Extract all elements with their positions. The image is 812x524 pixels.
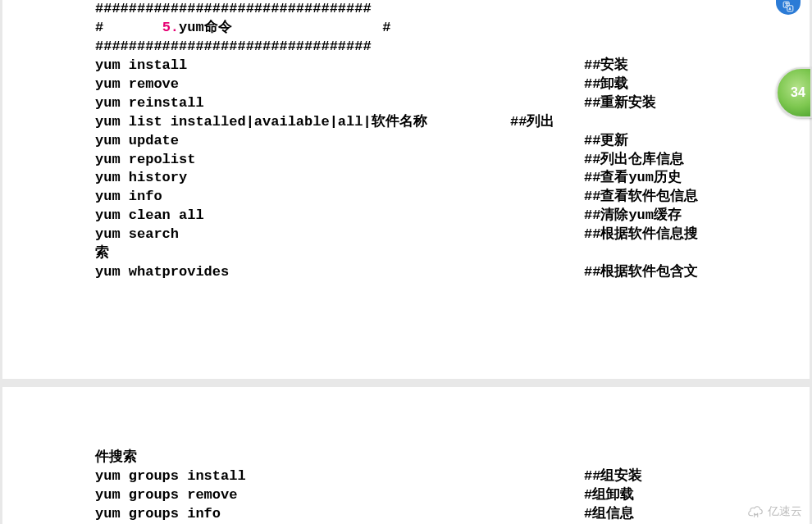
cmd-whatprovides: yum whatprovides##根据软件包含文 xyxy=(95,263,810,282)
translate-icon: 文 A xyxy=(782,1,794,12)
wrap-search: 索 xyxy=(95,244,810,263)
svg-text:A: A xyxy=(789,7,791,11)
cmd-reinstall: yum reinstall##重新安装 xyxy=(95,94,810,113)
cmd-remove: yum remove##卸载 xyxy=(95,75,810,94)
cmd-install: yum install##安装 xyxy=(95,57,810,75)
cmd-history: yum history##查看yum历史 xyxy=(95,169,810,188)
code-panel-bottom: 件搜索 yum groups install##组安装 yum groups r… xyxy=(2,387,810,524)
cmd-search: yum search##根据软件信息搜 xyxy=(95,226,810,244)
code-panel-top: ################################# # 5.yu… xyxy=(2,0,810,379)
header-rule-bottom: ################################# xyxy=(95,38,810,57)
cmd-repolist: yum repolist##列出仓库信息 xyxy=(95,151,810,170)
header-title: # 5.yum命令 # xyxy=(95,19,810,38)
cmd-groups-install: yum groups install##组安装 xyxy=(95,467,810,486)
header-rule-top: ################################# xyxy=(95,0,810,19)
watermark-text: 亿速云 xyxy=(768,503,802,519)
cmd-groups-remove: yum groups remove#组卸载 xyxy=(95,486,810,505)
cmd-info: yum info##查看软件包信息 xyxy=(95,188,810,207)
badge-value: 34 xyxy=(791,84,805,102)
cmd-update: yum update##更新 xyxy=(95,132,810,151)
cloud-icon xyxy=(746,505,764,518)
watermark: 亿速云 xyxy=(746,503,802,519)
cmd-groups-info: yum groups info#组信息 xyxy=(95,505,810,524)
cmd-list: yum list installed|available|all|软件名称 ##… xyxy=(95,113,810,132)
cmd-clean: yum clean all##清除yum缓存 xyxy=(95,207,810,226)
wrap-whatprovides: 件搜索 xyxy=(95,449,810,467)
